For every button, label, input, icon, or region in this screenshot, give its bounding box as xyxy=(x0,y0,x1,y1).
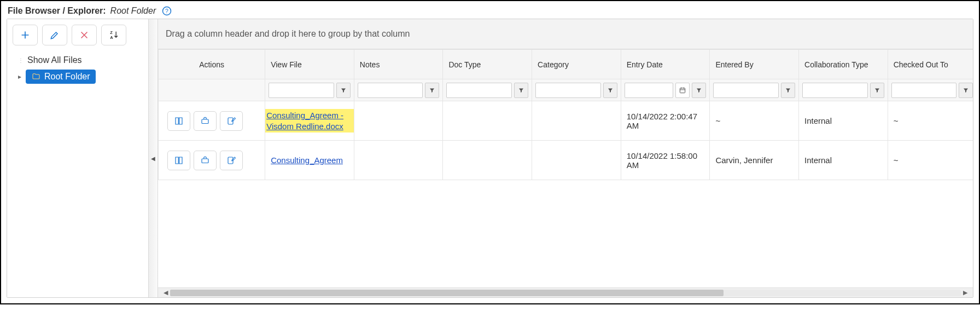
cell-collab-type: Internal xyxy=(799,141,888,180)
header-row: Actions View File Notes Doc Type Categor… xyxy=(159,50,973,79)
filter-view-file[interactable] xyxy=(269,83,334,98)
filter-icon[interactable] xyxy=(514,83,528,98)
scroll-track[interactable] xyxy=(170,290,961,296)
right-pane: Drag a column header and drop it here to… xyxy=(158,19,973,297)
filter-icon[interactable] xyxy=(959,83,973,98)
add-button[interactable] xyxy=(13,25,38,45)
splitter-collapse-icon[interactable]: ◀ xyxy=(150,152,156,164)
col-collab-type[interactable]: Collaboration Type xyxy=(799,50,888,79)
content-area: Z A ⋮ Show All Files ▸ xyxy=(7,19,973,298)
file-link[interactable]: Consulting_Agreem - Visdom Redline.docx xyxy=(265,109,354,133)
col-entry-date[interactable]: Entry Date xyxy=(621,50,710,79)
calendar-icon[interactable] xyxy=(675,83,690,98)
edit-button[interactable] xyxy=(42,25,67,45)
cell-category xyxy=(532,141,621,180)
tree-expand-icon[interactable]: ▸ xyxy=(18,73,22,80)
cell-entered-by: Carvin, Jennifer xyxy=(710,141,799,180)
tree-root-row: ▸ Root Folder xyxy=(18,67,144,86)
sort-button[interactable]: Z A xyxy=(101,25,126,45)
filter-category[interactable] xyxy=(535,83,601,98)
table-row: Consulting_Agreem 10/14/2022 1:58:00 AM … xyxy=(159,141,973,180)
cell-doc-type xyxy=(443,101,532,141)
col-actions[interactable]: Actions xyxy=(159,50,265,79)
filter-icon[interactable] xyxy=(603,83,617,98)
left-pane: Z A ⋮ Show All Files ▸ xyxy=(7,19,148,297)
open-file-button[interactable] xyxy=(167,151,190,170)
grid-scroll: Actions View File Notes Doc Type Categor… xyxy=(158,49,973,287)
header-title: File Browser / Explorer: xyxy=(8,6,106,16)
header-subtitle: Root Folder xyxy=(110,6,156,16)
filter-notes[interactable] xyxy=(358,83,423,98)
scroll-right-icon[interactable]: ▶ xyxy=(961,289,970,296)
cell-notes xyxy=(354,101,443,141)
edit-file-button[interactable] xyxy=(220,151,243,170)
folder-tree: ⋮ Show All Files ▸ Root Folder xyxy=(11,53,144,86)
filter-entry-date[interactable] xyxy=(625,83,674,98)
col-doc-type[interactable]: Doc Type xyxy=(443,50,532,79)
cell-doc-type xyxy=(443,141,532,180)
table-row: Consulting_Agreem - Visdom Redline.docx … xyxy=(159,101,973,141)
cell-checked-out-to: ~ xyxy=(888,101,973,141)
svg-rect-7 xyxy=(202,159,208,163)
col-checked-out-to[interactable]: Checked Out To xyxy=(888,50,973,79)
edit-file-button[interactable] xyxy=(220,111,243,131)
col-entered-by[interactable]: Entered By xyxy=(710,50,799,79)
col-view-file[interactable]: View File xyxy=(265,50,354,79)
svg-rect-4 xyxy=(680,88,685,93)
filter-doc-type[interactable] xyxy=(446,83,512,98)
cell-entry-date: 10/14/2022 1:58:00 AM xyxy=(621,141,710,180)
page-header: File Browser / Explorer: Root Folder ? xyxy=(7,4,973,19)
svg-text:A: A xyxy=(110,35,113,40)
toolbox-button[interactable] xyxy=(194,111,217,131)
app-frame: File Browser / Explorer: Root Folder ? xyxy=(0,0,980,304)
file-link[interactable]: Consulting_Agreem xyxy=(271,155,348,166)
open-file-button[interactable] xyxy=(167,111,190,131)
scroll-thumb[interactable] xyxy=(170,290,724,296)
tree-show-all-label: Show All Files xyxy=(27,55,82,65)
cell-checked-out-to: ~ xyxy=(888,141,973,180)
file-grid: Actions View File Notes Doc Type Categor… xyxy=(158,49,973,180)
scroll-left-icon[interactable]: ◀ xyxy=(161,289,170,296)
tree-root-label: Root Folder xyxy=(44,72,90,82)
svg-rect-5 xyxy=(202,119,208,124)
filter-icon[interactable] xyxy=(781,83,795,98)
help-icon[interactable]: ? xyxy=(161,5,172,16)
cell-entered-by: ~ xyxy=(710,101,799,141)
filter-collab-type[interactable] xyxy=(802,83,868,98)
filter-icon[interactable] xyxy=(425,83,439,98)
filter-icon[interactable] xyxy=(692,83,706,98)
toolbox-button[interactable] xyxy=(194,151,217,170)
tree-connector-icon: ⋮ xyxy=(18,57,24,64)
col-category[interactable]: Category xyxy=(532,50,621,79)
filter-entered-by[interactable] xyxy=(713,83,779,98)
filter-checked-out-to[interactable] xyxy=(891,83,957,98)
tree-show-all[interactable]: ⋮ Show All Files xyxy=(18,53,144,67)
group-by-bar[interactable]: Drag a column header and drop it here to… xyxy=(158,19,973,49)
cell-category xyxy=(532,101,621,141)
cell-entry-date: 10/14/2022 2:00:47 AM xyxy=(621,101,710,141)
cell-notes xyxy=(354,141,443,180)
cell-collab-type: Internal xyxy=(799,101,888,141)
svg-text:?: ? xyxy=(165,8,168,14)
filter-icon[interactable] xyxy=(336,83,351,98)
col-notes[interactable]: Notes xyxy=(354,50,443,79)
delete-button[interactable] xyxy=(72,25,97,45)
tree-root-folder[interactable]: Root Folder xyxy=(26,70,96,84)
splitter[interactable]: ◀ xyxy=(148,19,158,297)
left-toolbar: Z A xyxy=(11,24,144,53)
filter-row xyxy=(159,79,973,101)
filter-icon[interactable] xyxy=(870,83,884,98)
horizontal-scrollbar[interactable]: ◀ ▶ xyxy=(158,287,973,297)
folder-icon xyxy=(31,72,41,81)
